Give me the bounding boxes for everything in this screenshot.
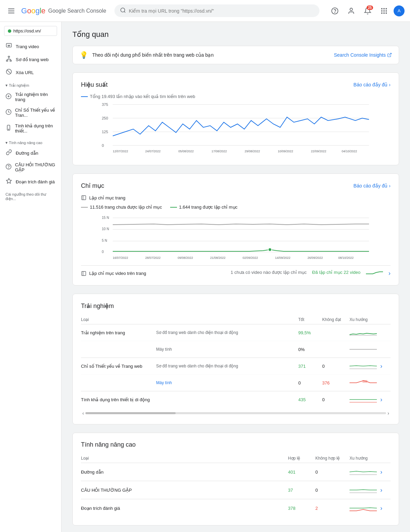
sidebar-url[interactable]: https://osd.vn/ (4, 26, 57, 36)
search-input[interactable] (129, 8, 314, 14)
col-loai: Loại (81, 317, 156, 322)
exp-chevron-3[interactable]: › (380, 396, 391, 403)
scroll-left-arrow[interactable]: ‹ (81, 410, 85, 416)
svg-rect-71 (363, 380, 367, 383)
exp-chevron-2[interactable]: › (380, 363, 391, 370)
svg-text:09/08/2022: 09/08/2022 (178, 256, 193, 260)
svg-rect-11 (381, 12, 383, 14)
adv-row-cau-hoi: CÂU HỎI THƯỜNG GẶP 37 0 › (81, 481, 391, 499)
link-icon (5, 149, 12, 157)
svg-rect-51 (82, 196, 86, 200)
trend-svg-3 (350, 395, 377, 404)
trend-svg-2a (350, 361, 377, 371)
exp-khong-3: 0 (322, 397, 350, 402)
svg-point-0 (121, 8, 125, 12)
page-title: Tổng quan (72, 30, 399, 39)
svg-text:0: 0 (102, 250, 104, 254)
experience-icon (5, 93, 12, 101)
insight-link[interactable]: Search Console Insights (334, 52, 392, 58)
line-indicator (81, 96, 88, 97)
svg-text:14/09/2022: 14/09/2022 (275, 256, 290, 260)
section-tinh-nang: ▾ Tính năng nâng cao (0, 136, 61, 146)
svg-rect-6 (383, 8, 385, 9)
exp-row-2-mobile: Chỉ số Thiết yếu về Trang web Sơ đồ tran… (81, 358, 391, 375)
avatar[interactable]: A (394, 5, 405, 16)
col-empty (156, 317, 298, 322)
col-khong-dat: Không đạt (322, 317, 350, 322)
sidebar-item-mobile[interactable]: Tính khả dụng trên thiết... (0, 121, 61, 136)
adv-col-action (380, 456, 391, 461)
account-button[interactable] (344, 4, 358, 18)
adv-chevron-2[interactable]: › (380, 487, 391, 494)
svg-line-24 (7, 70, 11, 74)
sidebar-item-label: Trải nghiệm trên trang (15, 92, 56, 102)
sidebar-item-label: Đường dẫn (16, 151, 38, 156)
scroll-bar[interactable]: ‹ › (81, 410, 391, 416)
experience-card: Trải nghiệm Loại Tốt Không đạt Xu hướng … (72, 294, 399, 424)
chart-dot (268, 248, 272, 251)
exp-row-1-mobile: Trải nghiệm trên trang Sơ đồ trang web d… (81, 324, 391, 341)
sidebar-item-remove-url[interactable]: Xóa URL (0, 66, 61, 79)
insight-icon: 💡 (80, 51, 88, 59)
performance-report-link[interactable]: Báo cáo đầy đủ › (354, 82, 391, 87)
apps-button[interactable] (377, 4, 391, 18)
index-chart-svg: 15 N 10 N 5 N 0 16/07/2022 28 (81, 214, 391, 262)
svg-rect-16 (8, 56, 10, 57)
performance-header: Hiệu suất Báo cáo đầy đủ › (81, 81, 391, 88)
scroll-right-arrow[interactable]: › (386, 410, 391, 416)
experience-title: Trải nghiệm (81, 302, 114, 310)
sidebar-item-chi-so[interactable]: Chỉ Số Thiết yếu về Tran... (0, 105, 61, 121)
exp-row-3: Tính khả dụng trên thiết bị di động 435 … (81, 391, 391, 408)
section-other: Cài ngưỡng theo dõi thư điện... (0, 188, 61, 202)
svg-rect-17 (6, 60, 8, 61)
experience-header: Trải nghiệm (81, 302, 391, 310)
svg-text:375: 375 (102, 102, 108, 107)
exp-tot-1a: 99,5% (298, 330, 322, 335)
index-card: Chỉ mục Báo cáo đầy đủ › Lập chỉ mục tra… (72, 173, 399, 285)
sidebar-item-label: Sơ đồ trang web (16, 57, 49, 62)
svg-text:12/07/2022: 12/07/2022 (113, 150, 128, 153)
svg-rect-8 (381, 10, 383, 12)
svg-text:125: 125 (102, 130, 108, 134)
svg-rect-5 (381, 8, 383, 9)
video-chevron-right[interactable]: › (388, 270, 391, 277)
adv-row-duong-dan: Đường dẫn 401 0 › (81, 463, 391, 481)
adv-hop-le-2: 37 (288, 488, 315, 493)
sidebar-item-cau-hoi[interactable]: CÂU HỎI THƯỜNG GẶP (0, 159, 61, 175)
performance-chart: 375 250 125 0 12/07/2022 24/07/2022 05/0… (81, 102, 391, 154)
svg-text:22/09/2022: 22/09/2022 (311, 150, 326, 153)
sidebar-item-label: Trang video (16, 44, 39, 49)
adv-khong-1: 0 (315, 470, 350, 475)
sidebar-item-doan-trich[interactable]: Đoạn trích đánh giá (0, 175, 61, 188)
svg-text:05/08/2022: 05/08/2022 (178, 150, 194, 153)
help-button[interactable] (328, 4, 342, 18)
review-icon (5, 178, 12, 185)
legend-green: 1.644 trang được lập chỉ mục (170, 205, 237, 210)
col-tot: Tốt (298, 317, 322, 322)
sidebar-item-video[interactable]: Trang video (0, 40, 61, 53)
adv-chevron-1[interactable]: › (380, 468, 391, 476)
search-bar (114, 4, 319, 17)
notification-button[interactable]: 25 (361, 4, 374, 18)
insight-banner: 💡 Theo dõi nội dung phổ biến nhất trên t… (72, 46, 399, 64)
logo-e: e (41, 6, 45, 15)
adv-khong-2: 0 (315, 488, 350, 493)
video-trend-svg (366, 270, 383, 275)
adv-label-cau-hoi: CÂU HỎI THƯỜNG GẶP (81, 488, 166, 493)
sidebar-item-duong-dan[interactable]: Đường dẫn (0, 146, 61, 159)
index-report-link[interactable]: Báo cáo đầy đủ › (354, 183, 391, 188)
adv-chevron-3[interactable]: › (380, 505, 391, 512)
remove-icon (5, 69, 12, 76)
sitemap-icon (5, 56, 12, 63)
adv-label-doan-trich: Đoạn trích đánh giá (81, 506, 166, 511)
sidebar-item-trang[interactable]: Trải nghiệm trên trang (0, 89, 61, 105)
sidebar-item-sitemap[interactable]: Sơ đồ trang web (0, 53, 61, 66)
col-action (380, 317, 391, 322)
svg-marker-15 (8, 45, 10, 46)
svg-line-34 (389, 53, 391, 55)
menu-button[interactable] (5, 6, 17, 16)
svg-text:5 N: 5 N (102, 239, 107, 242)
svg-rect-10 (386, 10, 387, 12)
exp-khong-2a: 0 (322, 364, 350, 369)
legend-gray: 11.516 trang chưa được lập chỉ mục (81, 205, 162, 210)
